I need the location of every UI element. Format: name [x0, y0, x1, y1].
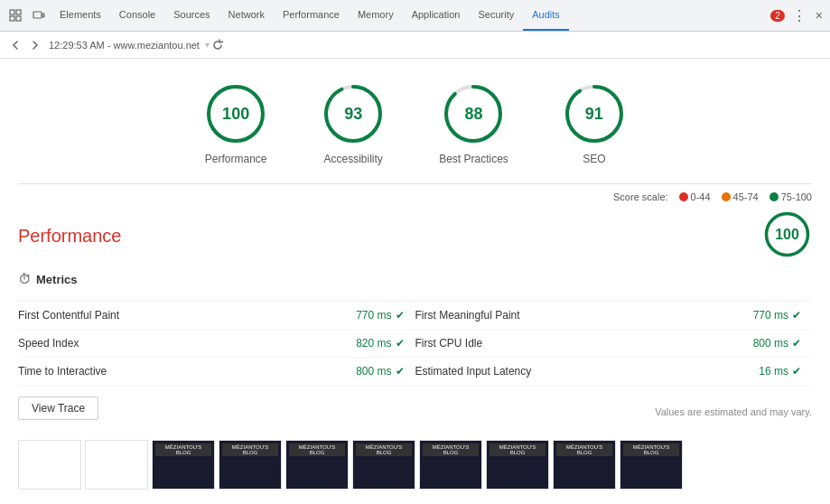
check-icon-fmp: ✔ [792, 309, 801, 322]
score-value-accessibility: 93 [344, 105, 362, 124]
toolbar: 12:29:53 AM - www.meziantou.net ▾ [0, 32, 830, 59]
trace-row: View Trace Values are estimated and may … [18, 386, 812, 431]
metrics-label: Metrics [36, 273, 78, 286]
section-score-value: 100 [775, 227, 799, 243]
close-devtools-icon[interactable]: × [812, 8, 826, 23]
tab-network[interactable]: Network [219, 0, 274, 31]
thumbnail-7: MÉZIANTOU'S BLOG [419, 440, 482, 490]
thumbnail-6: MÉZIANTOU'S BLOG [352, 440, 415, 490]
score-value-performance: 100 [222, 105, 249, 124]
section-score-circle: 100 [762, 210, 812, 259]
scale-dot-orange [722, 192, 731, 201]
thumbnail-8: MÉZIANTOU'S BLOG [486, 440, 549, 490]
scale-range-green: 75-100 [781, 191, 812, 202]
performance-title: Performance [18, 226, 122, 247]
scale-item-green: 75-100 [769, 191, 812, 202]
score-circle-best-practices: 88 [442, 82, 505, 145]
metric-fcp: First Contentful Paint 770 ms ✔ [18, 302, 415, 330]
check-icon-si: ✔ [396, 337, 405, 350]
svg-rect-0 [10, 10, 14, 14]
metric-tti-value: 800 ms ✔ [356, 365, 404, 378]
tab-application[interactable]: Application [403, 0, 470, 31]
more-options-icon[interactable]: ⋮ [788, 7, 810, 24]
score-value-best-practices: 88 [464, 105, 482, 124]
check-icon-fci: ✔ [792, 337, 801, 350]
forward-button[interactable] [25, 36, 43, 54]
svg-rect-3 [16, 16, 21, 21]
metric-si-name: Speed Index [18, 337, 79, 350]
device-icon[interactable] [27, 4, 51, 27]
metric-eil-value: 16 ms ✔ [759, 365, 801, 378]
score-label-best-practices: Best Practices [439, 153, 508, 165]
thumbnail-blank-1 [18, 440, 81, 490]
metric-fci: First CPU Idle 800 ms ✔ [415, 330, 813, 358]
inspect-icon[interactable] [4, 4, 27, 27]
thumbnail-blank-2 [85, 440, 148, 490]
score-value-seo: 91 [585, 105, 603, 124]
score-circle-performance: 100 [204, 82, 267, 145]
tab-console[interactable]: Console [110, 0, 164, 31]
score-label-performance: Performance [205, 153, 267, 165]
tab-elements[interactable]: Elements [51, 0, 110, 31]
score-circle-seo: 91 [563, 82, 626, 145]
tab-memory[interactable]: Memory [349, 0, 403, 31]
check-icon-tti: ✔ [396, 365, 405, 378]
score-accessibility: 93 Accessibility [322, 82, 385, 165]
metric-fmp-value: 770 ms ✔ [753, 309, 801, 322]
url-display: 12:29:53 AM - www.meziantou.net [43, 40, 205, 51]
tab-audits[interactable]: Audits [523, 0, 569, 31]
metrics-icon: ⏱ [18, 272, 31, 286]
error-count-badge: 2 [770, 10, 785, 22]
metric-si-value: 820 ms ✔ [356, 337, 404, 350]
scale-dot-green [769, 192, 779, 201]
metrics-right-col: First Meaningful Paint 770 ms ✔ First CP… [415, 302, 813, 386]
main-content: 100 Performance 93 Accessibility 8 [0, 59, 830, 504]
thumbnail-10: MÉZIANTOU'S BLOG [620, 440, 683, 490]
thumbnail-3: MÉZIANTOU'S BLOG [152, 440, 215, 490]
tabs-bar: Elements Console Sources Network Perform… [0, 0, 830, 31]
score-label-seo: SEO [583, 153, 605, 165]
metric-eil: Estimated Input Latency 16 ms ✔ [415, 358, 813, 386]
thumbnail-9: MÉZIANTOU'S BLOG [553, 440, 616, 490]
metric-tti: Time to Interactive 800 ms ✔ [18, 358, 415, 386]
metric-fmp-name: First Meaningful Paint [415, 309, 520, 322]
metrics-header: ⏱ Metrics [18, 266, 812, 292]
svg-rect-2 [10, 16, 14, 21]
reload-button[interactable] [210, 37, 226, 53]
check-icon-eil: ✔ [792, 365, 801, 378]
check-icon-fcp: ✔ [396, 309, 405, 322]
metrics-grid: First Contentful Paint 770 ms ✔ Speed In… [18, 301, 812, 386]
svg-rect-4 [33, 12, 42, 18]
metric-eil-name: Estimated Input Latency [415, 365, 532, 378]
tab-performance[interactable]: Performance [274, 0, 349, 31]
metric-fcp-name: First Contentful Paint [18, 309, 119, 322]
tab-security[interactable]: Security [469, 0, 523, 31]
thumbnail-5: MÉZIANTOU'S BLOG [285, 440, 349, 490]
score-seo: 91 SEO [563, 82, 626, 165]
back-button[interactable] [7, 36, 25, 54]
devtools-chrome: Elements Console Sources Network Perform… [0, 0, 830, 32]
scale-label: Score scale: [613, 191, 668, 202]
scale-item-red: 0-44 [679, 191, 711, 202]
estimate-note: Values are estimated and may vary. [655, 406, 812, 417]
thumbnail-4: MÉZIANTOU'S BLOG [219, 440, 282, 490]
metric-fci-name: First CPU Idle [415, 337, 483, 350]
trace-thumbnails: MÉZIANTOU'S BLOG MÉZIANTOU'S BLOG MÉZIAN… [18, 440, 812, 490]
scale-range-red: 0-44 [691, 191, 711, 202]
scale-dot-red [679, 192, 688, 201]
metric-tti-name: Time to Interactive [18, 365, 107, 378]
scale-range-orange: 45-74 [733, 191, 759, 202]
performance-section-header: Performance 100 [18, 210, 812, 259]
svg-rect-1 [16, 10, 21, 14]
tab-sources[interactable]: Sources [164, 0, 219, 31]
metrics-left-col: First Contentful Paint 770 ms ✔ Speed In… [18, 302, 415, 386]
score-best-practices: 88 Best Practices [439, 82, 508, 165]
metric-fcp-value: 770 ms ✔ [356, 309, 404, 322]
score-circle-accessibility: 93 [322, 82, 385, 145]
view-trace-button[interactable]: View Trace [18, 397, 98, 420]
score-label-accessibility: Accessibility [323, 153, 382, 165]
score-performance: 100 Performance [204, 82, 267, 165]
metric-si: Speed Index 820 ms ✔ [18, 330, 415, 358]
scores-row: 100 Performance 93 Accessibility 8 [18, 73, 812, 184]
scale-legend: Score scale: 0-44 45-74 75-100 [18, 184, 812, 210]
